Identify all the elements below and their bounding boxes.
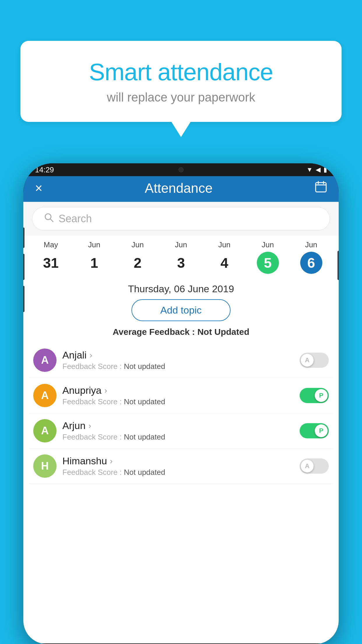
search-bar-container: Search [23,202,339,236]
date-month: Jun [218,240,231,249]
bubble-subtitle: will replace your paperwork [44,90,318,104]
selected-date-info: Thursday, 06 June 2019 [23,279,339,299]
date-day[interactable]: 6 [300,252,322,274]
date-month: May [44,240,58,249]
status-icons: ▼ ◀ ▮ [306,166,327,174]
list-item: AArjun ›Feedback Score : Not updatedP [29,413,333,449]
speech-bubble: Smart attendance will replace your paper… [20,41,342,122]
phone-screen: Search May31Jun1Jun2Jun3Jun4Jun5Jun6 Thu… [23,202,339,643]
avg-feedback-value: Not Updated [197,327,249,337]
date-day[interactable]: 3 [170,252,192,274]
toggle-knob: P [315,424,328,437]
date-item[interactable]: Jun4 [203,240,246,274]
student-info: Anupriya ›Feedback Score : Not updated [62,385,294,406]
close-button[interactable]: × [35,181,43,195]
power-button [338,251,339,280]
date-month: Jun [175,240,187,249]
date-month: Jun [131,240,144,249]
bubble-title: Smart attendance [44,58,318,86]
date-item[interactable]: Jun6 [289,240,333,274]
date-day[interactable]: 31 [40,252,62,274]
student-name[interactable]: Arjun › [62,420,294,431]
svg-line-5 [50,219,53,222]
calendar-icon[interactable] [315,181,327,196]
notch [164,163,198,176]
chevron-right-icon: › [110,456,113,466]
avg-feedback-label: Average Feedback : [113,327,195,337]
attendance-toggle[interactable]: P [300,388,329,403]
chevron-right-icon: › [88,421,91,430]
speech-bubble-container: Smart attendance will replace your paper… [20,41,342,122]
search-icon [44,213,54,225]
toggle-knob: A [301,460,314,473]
attendance-toggle[interactable]: P [300,423,329,438]
attendance-toggle[interactable]: A [300,459,329,474]
chevron-right-icon: › [104,386,107,395]
phone-frame: 14:29 ▼ ◀ ▮ × Attendance [23,163,339,644]
app-header: × Attendance [23,176,339,202]
mute-button [23,228,24,248]
svg-rect-0 [316,183,326,192]
date-month: Jun [88,240,100,249]
absent-toggle[interactable]: A [300,353,329,368]
student-name[interactable]: Anupriya › [62,385,294,396]
student-feedback: Feedback Score : Not updated [62,433,294,442]
student-info: Arjun ›Feedback Score : Not updated [62,420,294,442]
student-name[interactable]: Himanshu › [62,455,294,467]
avatar: A [33,349,57,372]
date-day[interactable]: 2 [126,252,149,274]
avatar: A [33,419,57,442]
avatar: A [33,384,57,407]
present-toggle[interactable]: P [300,423,329,438]
absent-toggle[interactable]: A [300,459,329,474]
present-toggle[interactable]: P [300,388,329,403]
avg-feedback: Average Feedback : Not Updated [23,327,339,337]
toggle-knob: P [315,389,328,402]
date-item[interactable]: May31 [29,240,73,274]
student-list: AAnjali ›Feedback Score : Not updatedAAA… [23,343,339,484]
date-day[interactable]: 1 [83,252,105,274]
date-item[interactable]: Jun3 [159,240,203,274]
signal-icon: ◀ [316,166,321,174]
volume-down-button [23,286,24,312]
search-placeholder: Search [59,213,92,225]
student-info: Anjali ›Feedback Score : Not updated [62,349,294,371]
student-info: Himanshu ›Feedback Score : Not updated [62,455,294,477]
student-feedback: Feedback Score : Not updated [62,397,294,406]
wifi-icon: ▼ [306,166,313,174]
battery-icon: ▮ [324,166,327,174]
date-item[interactable]: Jun1 [73,240,116,274]
date-day[interactable]: 4 [213,252,236,274]
avatar: H [33,454,57,478]
date-strip: May31Jun1Jun2Jun3Jun4Jun5Jun6 [23,236,339,279]
student-feedback: Feedback Score : Not updated [62,468,294,477]
search-bar[interactable]: Search [32,207,330,230]
status-time: 14:29 [35,165,54,174]
camera [178,167,184,172]
date-month: Jun [262,240,274,249]
chevron-right-icon: › [89,351,92,360]
toggle-knob: A [301,354,314,367]
attendance-toggle[interactable]: A [300,353,329,368]
volume-up-button [23,254,24,280]
date-item[interactable]: Jun5 [246,240,289,274]
list-item: AAnjali ›Feedback Score : Not updatedA [29,343,333,378]
add-topic-button[interactable]: Add topic [131,299,231,321]
student-name[interactable]: Anjali › [62,349,294,361]
app-title: Attendance [145,180,212,196]
date-month: Jun [305,240,317,249]
date-item[interactable]: Jun2 [116,240,159,274]
date-day[interactable]: 5 [257,252,279,274]
student-feedback: Feedback Score : Not updated [62,362,294,371]
list-item: HHimanshu ›Feedback Score : Not updatedA [29,449,333,484]
list-item: AAnupriya ›Feedback Score : Not updatedP [29,378,333,413]
